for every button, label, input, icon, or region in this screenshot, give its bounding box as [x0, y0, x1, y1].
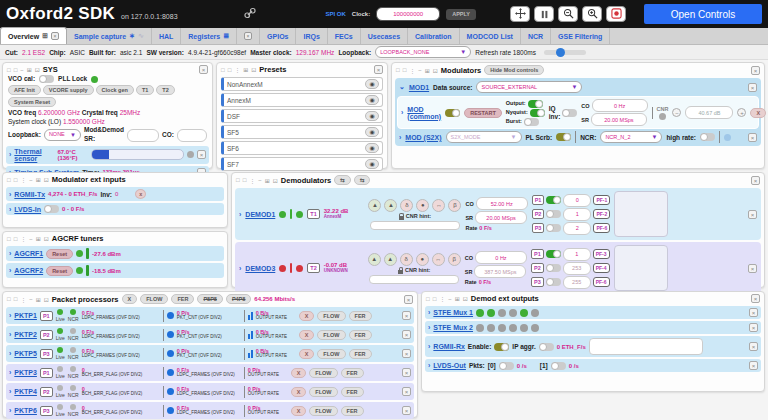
- ncr-select[interactable]: NCR_N_2 ▼: [600, 131, 662, 143]
- demod-tool-button[interactable]: ↔: [432, 199, 445, 212]
- dock-icon[interactable]: ⊡: [463, 295, 468, 302]
- cnr-plus-button[interactable]: +: [737, 108, 746, 117]
- port-toggle[interactable]: [546, 210, 561, 218]
- cnr-minus-button[interactable]: −: [672, 108, 681, 117]
- popout-icon[interactable]: ⊞: [36, 235, 41, 242]
- pf-button[interactable]: PF-6: [593, 223, 610, 233]
- preset-item[interactable]: SF6 ◉: [221, 141, 383, 155]
- demod-tool-button[interactable]: δ: [400, 199, 413, 212]
- agcrf1-link[interactable]: AGCRF1: [14, 250, 43, 257]
- burst-toggle[interactable]: [524, 118, 539, 126]
- demodulators-panel-close-button[interactable]: ×: [751, 176, 760, 185]
- expand-chevron[interactable]: ›: [9, 250, 11, 257]
- row-x-button[interactable]: X: [291, 406, 307, 416]
- expand-chevron[interactable]: ›: [428, 324, 430, 331]
- demod-tool-button[interactable]: ●: [416, 199, 429, 212]
- stfe-mux2-close-button[interactable]: ×: [749, 323, 758, 332]
- stfe-mux1-close-button[interactable]: ×: [749, 308, 758, 317]
- demod-co-input[interactable]: [475, 251, 527, 264]
- lvds-out-port0-toggle[interactable]: [499, 362, 514, 370]
- vcore-supply-button[interactable]: VCORE supply: [43, 85, 94, 95]
- swap-demods-button[interactable]: ⇆: [354, 175, 371, 185]
- pktp-link[interactable]: PKTP3: [14, 369, 37, 376]
- window-icon[interactable]: □: [236, 177, 240, 183]
- cnr-hint-input[interactable]: [370, 221, 460, 230]
- window-icon[interactable]: □: [228, 67, 232, 73]
- minimize-icon[interactable]: −: [418, 67, 422, 73]
- pf-button[interactable]: PF-4: [593, 263, 610, 273]
- popout-icon[interactable]: ⊞: [36, 176, 41, 183]
- demod3-link[interactable]: DEMOD3: [245, 265, 275, 272]
- window-icon[interactable]: □: [7, 236, 11, 242]
- mod-co-input[interactable]: [592, 99, 648, 112]
- popout-icon[interactable]: ⊞: [265, 177, 270, 184]
- row-flow-button[interactable]: FLOW: [317, 330, 345, 340]
- port-value-input[interactable]: [563, 194, 591, 207]
- drag-handle-icon[interactable]: ⋮: [249, 177, 255, 184]
- row-x-button[interactable]: X: [291, 387, 307, 397]
- window-icon[interactable]: □: [14, 177, 18, 183]
- expand-chevron[interactable]: ›: [9, 206, 11, 213]
- tab-modcod-list[interactable]: MODCOD List: [460, 28, 521, 44]
- moddemod-sr-input[interactable]: [127, 129, 159, 142]
- row-fer-button[interactable]: FER: [349, 311, 372, 321]
- high-rate-toggle[interactable]: [700, 133, 715, 141]
- mod-s2x-close-button[interactable]: ×: [748, 133, 757, 142]
- pktp-link[interactable]: PKTP4: [14, 388, 37, 395]
- expand-chevron[interactable]: ›: [9, 312, 11, 319]
- pktp-p4p8-button[interactable]: P4P8: [226, 294, 251, 304]
- demod-out-panel-close-button[interactable]: ×: [751, 294, 760, 303]
- popout-icon[interactable]: ⊞: [27, 66, 32, 73]
- cnr-hint-input[interactable]: [369, 275, 459, 284]
- pktp-panel-close-button[interactable]: ×: [404, 295, 413, 304]
- minimize-icon[interactable]: −: [29, 296, 33, 302]
- dock-icon[interactable]: ⊡: [44, 176, 49, 183]
- expand-chevron[interactable]: ›: [428, 309, 430, 316]
- expand-chevron[interactable]: ›: [239, 265, 241, 272]
- mod-sr-input[interactable]: [591, 113, 647, 126]
- demod-tool-button[interactable]: ▲: [368, 199, 381, 212]
- pktp-link[interactable]: PKTP5: [14, 350, 37, 357]
- window-icon[interactable]: □: [7, 67, 11, 73]
- pktp-row-close-button[interactable]: ×: [402, 311, 411, 320]
- pktp-link[interactable]: PKTP6: [14, 407, 37, 414]
- expand-chevron[interactable]: ›: [401, 109, 403, 116]
- drag-handle-icon[interactable]: ⋮: [234, 66, 240, 73]
- preset-item[interactable]: SF7 ◉: [221, 157, 383, 171]
- pf-button[interactable]: PF-1: [593, 195, 610, 205]
- lvds-in-link[interactable]: LVDS-In: [14, 206, 41, 213]
- record-button[interactable]: [606, 6, 626, 22]
- minimize-icon[interactable]: −: [448, 296, 452, 302]
- popout-icon[interactable]: ⊞: [425, 67, 430, 74]
- port-toggle[interactable]: [546, 224, 561, 232]
- row-flow-button[interactable]: FLOW: [317, 311, 345, 321]
- window-icon[interactable]: □: [433, 296, 437, 302]
- dock-icon[interactable]: ⊡: [35, 66, 40, 73]
- demod-sr-input[interactable]: [475, 211, 527, 224]
- tab-registers[interactable]: Registers ≣: [181, 28, 237, 44]
- port-toggle[interactable]: [546, 278, 561, 286]
- eye-icon[interactable]: ◉: [365, 111, 379, 121]
- eye-icon[interactable]: ◉: [365, 159, 379, 169]
- popout-icon[interactable]: ⊞: [36, 296, 41, 303]
- rgmii-tx-link[interactable]: RGMII-Tx: [14, 191, 45, 198]
- stfe-mux1-link[interactable]: STFE Mux 1: [433, 309, 473, 316]
- row-x-button[interactable]: X: [299, 311, 315, 321]
- presets-panel-close-button[interactable]: ×: [374, 65, 383, 74]
- expand-chevron[interactable]: ›: [239, 211, 241, 218]
- row-flow-button[interactable]: FLOW: [309, 387, 337, 397]
- tab-hal[interactable]: HAL: [152, 28, 181, 44]
- mod1-close-button[interactable]: ×: [748, 83, 757, 92]
- pktp-flow-button[interactable]: FLOW: [140, 294, 168, 304]
- sys-panel-close-button[interactable]: ×: [199, 65, 208, 74]
- ip-aggr-toggle[interactable]: [539, 343, 554, 351]
- mod1-link[interactable]: MOD1: [409, 84, 429, 91]
- port-value-input[interactable]: [563, 276, 591, 289]
- preset-item[interactable]: AnnexM ◉: [221, 93, 383, 107]
- clock-input[interactable]: [376, 7, 440, 21]
- agcrf1-reset-button[interactable]: Reset: [46, 249, 73, 259]
- demod1-link[interactable]: DEMOD1: [245, 211, 275, 218]
- clock-gen-button[interactable]: Clock gen: [96, 85, 134, 95]
- dock-icon[interactable]: ⊡: [433, 67, 438, 74]
- window-icon[interactable]: □: [7, 296, 11, 302]
